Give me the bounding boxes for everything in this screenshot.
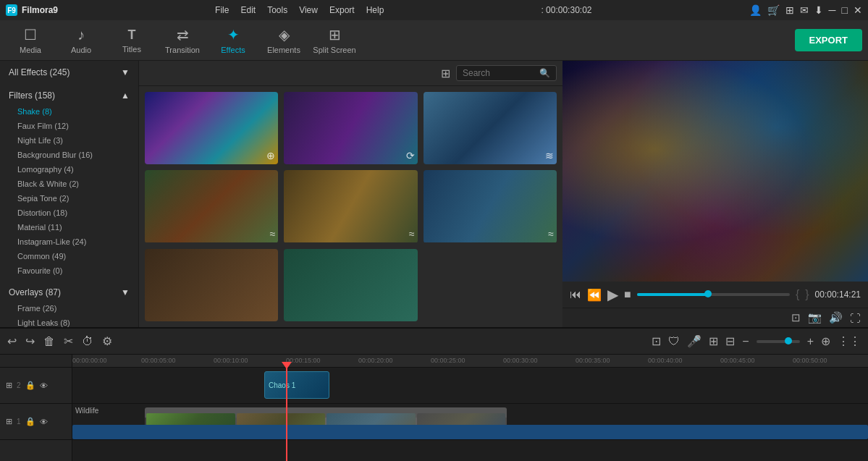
settings-button[interactable]: ⚙ (102, 334, 112, 348)
effect-item7[interactable] (145, 249, 278, 321)
transition-label: Transition (165, 46, 200, 54)
sidebar-all-effects[interactable]: All Effects (245) ▼ (0, 64, 138, 81)
menu-tools[interactable]: Tools (267, 5, 287, 15)
toolbar-titles[interactable]: T Titles (107, 22, 156, 59)
volume-icon[interactable]: 🔊 (829, 311, 843, 324)
bracket-right-icon[interactable]: } (805, 288, 809, 301)
toolbar-effects[interactable]: ✦ Effects (208, 22, 258, 59)
ruler-tick-25: 00:00:25:00 (431, 355, 465, 364)
effects-label: Effects (221, 46, 245, 54)
progress-thumb (704, 290, 712, 297)
split-screen-label: Split Screen (313, 46, 355, 54)
time-button[interactable]: ⏱ (82, 335, 93, 348)
export-button[interactable]: EXPORT (795, 29, 862, 51)
snapshot-icon[interactable]: 📷 (808, 311, 822, 324)
download-icon[interactable]: ⬇ (814, 4, 823, 16)
sidebar-item-instagram-like[interactable]: Instagram-Like (24) (0, 234, 138, 249)
split-icon[interactable]: ⊟ (725, 334, 735, 348)
effect-sideways1[interactable]: ≈ Sideways 1 (284, 170, 417, 242)
effect-mild-thumb: ≋ (424, 92, 557, 164)
close-button[interactable]: ✕ (854, 4, 862, 16)
undo-button[interactable]: ↩ (7, 334, 17, 348)
sidebar-item-frame[interactable]: Frame (26) (0, 301, 138, 316)
toolbar-audio[interactable]: ♪ Audio (56, 22, 106, 59)
wildlife-label: Wildlife (72, 405, 101, 416)
track1-grid-icon[interactable]: ⊞ (6, 417, 12, 426)
sidebar-item-sepia-tone[interactable]: Sepia Tone (2) (0, 191, 138, 206)
sidebar-item-faux-film[interactable]: Faux Film (12) (0, 119, 138, 133)
sidebar-filters[interactable]: Filters (158) ▲ (0, 87, 138, 104)
preview-progress-bar[interactable] (637, 293, 790, 296)
effect-chaos1[interactable]: ⊕ Chaos 1 (145, 92, 278, 164)
sidebar-item-common[interactable]: Common (49) (0, 249, 138, 263)
preview-panel: ⏮ ⏪ ▶ ■ { } 00:00:14:21 ⊡ 📷 🔊 ⛶ (562, 61, 868, 327)
toolbar-split-screen[interactable]: ⊞ Split Screen (310, 22, 359, 59)
track2-num: 2 (17, 381, 21, 389)
sidebar-item-night-life[interactable]: Night Life (3) (0, 133, 138, 148)
pip-icon[interactable]: ⊡ (791, 311, 801, 324)
skip-back-button[interactable]: ⏮ (570, 288, 581, 301)
effect-chaos2-icon: ⟳ (406, 150, 415, 161)
track1-eye-icon[interactable]: 👁 (40, 418, 48, 426)
step-back-button[interactable]: ⏪ (587, 288, 602, 302)
effect-mild[interactable]: ≋ Mild (424, 92, 557, 164)
sidebar-item-background-blur[interactable]: Background Blur (16) (0, 148, 138, 162)
sidebar-item-light-leaks[interactable]: Light Leaks (8) (0, 316, 138, 327)
toolbar-media[interactable]: ☐ Media (6, 22, 55, 59)
menu-help[interactable]: Help (366, 5, 384, 15)
sidebar-item-material[interactable]: Material (11) (0, 220, 138, 234)
effect-extreme[interactable]: ≈ Extreme (145, 170, 278, 242)
effect-item8-thumb (284, 249, 417, 321)
maximize-button[interactable]: □ (842, 4, 848, 16)
menu-view[interactable]: View (299, 5, 318, 15)
ruler-tick-20: 00:00:20:00 (358, 355, 393, 364)
effect-item8[interactable] (284, 249, 417, 321)
user-icon[interactable]: 👤 (749, 4, 762, 16)
effect-chaos1-thumb: ⊕ (145, 92, 278, 164)
sidebar-item-favourite[interactable]: Favourite (0) (0, 263, 138, 278)
toolbar-elements[interactable]: ◈ Elements (259, 22, 308, 59)
minimize-button[interactable]: ─ (829, 4, 836, 16)
toolbar-transition[interactable]: ⇄ Transition (158, 22, 207, 59)
track2-lock-icon[interactable]: 🔒 (25, 381, 35, 390)
cut-button[interactable]: ✂ (64, 334, 73, 348)
effect-sideways1-icon: ≈ (409, 228, 415, 240)
redo-button[interactable]: ↪ (25, 334, 35, 348)
protect-icon[interactable]: 🛡 (668, 335, 680, 348)
add-track-button[interactable]: ⊕ (821, 334, 830, 348)
apps-icon[interactable]: ⊞ (785, 4, 794, 16)
preview-video (562, 61, 868, 282)
menu-export[interactable]: Export (329, 5, 355, 15)
sidebar-item-shake[interactable]: Shake (8) (0, 104, 138, 119)
zoom-slider[interactable] (757, 340, 800, 343)
delete-button[interactable]: 🗑 (43, 335, 55, 348)
sidebar-item-lomography[interactable]: Lomography (4) (0, 162, 138, 177)
effect-sideways2[interactable]: ≈ Sideways 2 (424, 170, 557, 242)
effect-mild-icon: ≋ (545, 150, 554, 161)
sidebar-overlays[interactable]: Overlays (87) ▼ (0, 284, 138, 301)
zoom-in-button[interactable]: + (807, 335, 814, 348)
clip-chaos1[interactable]: Chaos 1 (264, 371, 329, 399)
sidebar-item-distortion[interactable]: Distortion (18) (0, 206, 138, 220)
track2-eye-icon[interactable]: 👁 (40, 381, 48, 390)
track1-lock-icon[interactable]: 🔒 (25, 417, 35, 426)
menu-edit[interactable]: Edit (240, 5, 256, 15)
bracket-left-icon[interactable]: { (796, 288, 799, 301)
grid-view-icon[interactable]: ⊞ (441, 67, 450, 80)
camera-mode-icon[interactable]: ⊡ (652, 334, 661, 348)
search-input[interactable] (463, 68, 535, 78)
audio-label: Audio (71, 46, 91, 54)
play-button[interactable]: ▶ (607, 286, 618, 303)
cart-icon[interactable]: 🛒 (767, 4, 780, 16)
zoom-out-button[interactable]: − (742, 335, 749, 348)
menu-file[interactable]: File (215, 5, 229, 15)
collapse-button[interactable]: ⋮⋮ (838, 334, 861, 348)
track2-grid-icon[interactable]: ⊞ (6, 381, 12, 390)
effect-chaos2[interactable]: ⟳ Chaos 2 (284, 92, 417, 164)
audio-mix-icon[interactable]: ⊞ (709, 334, 718, 348)
mail-icon[interactable]: ✉ (800, 4, 809, 16)
mic-icon[interactable]: 🎤 (687, 334, 701, 348)
fullscreen-icon[interactable]: ⛶ (850, 312, 861, 324)
stop-button[interactable]: ■ (624, 288, 631, 301)
sidebar-item-black-white[interactable]: Black & White (2) (0, 177, 138, 191)
